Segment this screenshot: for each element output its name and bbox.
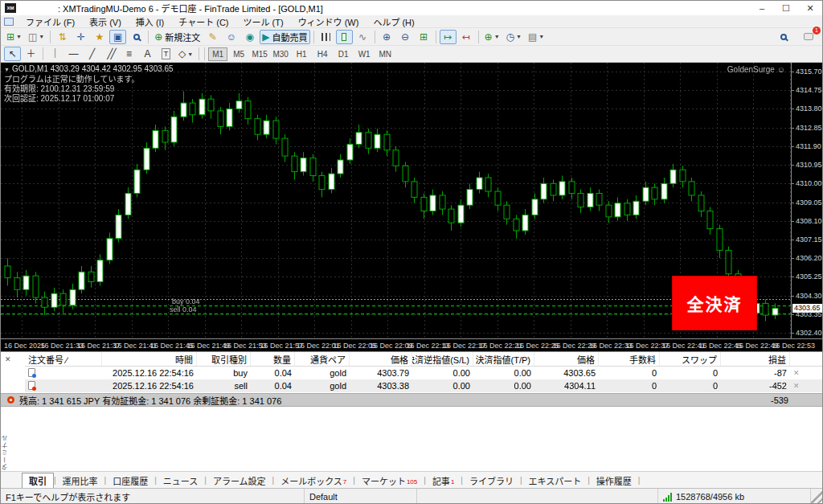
timeframe-m5[interactable]: M5 <box>229 47 248 61</box>
trendline-button[interactable]: ╱ <box>84 47 100 61</box>
column-header[interactable]: 決済逆指値(S/L) <box>412 352 473 366</box>
new-order-button[interactable]: ⊕新規注文 <box>152 30 203 44</box>
timeframe-mn[interactable]: MN <box>375 47 395 61</box>
timeframe-m30[interactable]: M30 <box>271 47 290 61</box>
tab-label: ニュース <box>163 474 198 487</box>
community-icon: ☺ <box>227 32 236 42</box>
new-order-label: 新規注文 <box>165 31 200 43</box>
menu-item[interactable]: 表示 (V) <box>82 15 129 28</box>
menu-item[interactable]: ツール (T) <box>236 15 291 28</box>
auto-scroll-button[interactable]: ↦ <box>440 30 457 44</box>
zoom-out-button[interactable]: ⊖ <box>397 30 414 44</box>
tab-terminal-7[interactable]: 記事1 <box>426 473 461 488</box>
time-axis[interactable]: 16 Dec 202516 Dec 21:3316 Dec 21:3716 De… <box>1 338 822 351</box>
mql5-button[interactable]: ◉ <box>241 30 258 44</box>
tab-terminal-4[interactable]: アラーム設定 <box>207 473 272 488</box>
candlestick-chart-button[interactable] <box>336 30 353 44</box>
metaeditor-button[interactable]: ✎ <box>204 30 221 44</box>
community-button[interactable]: ☺ <box>223 30 240 44</box>
column-header[interactable]: 価格 <box>534 352 599 366</box>
zoom-in-button[interactable]: ⊕ <box>379 30 395 44</box>
tab-label: アラーム設定 <box>213 474 266 487</box>
close-position-button[interactable]: ✕ <box>790 369 808 377</box>
close-position-button[interactable]: ✕ <box>790 382 808 390</box>
vertical-line-button[interactable]: ｜ <box>47 47 63 61</box>
minimize-button[interactable]: – <box>750 1 774 15</box>
tab-terminal-8[interactable]: ライブラリ <box>463 473 520 488</box>
status-profile[interactable]: Default <box>305 489 417 504</box>
timeframe-w1[interactable]: W1 <box>354 47 374 61</box>
close-all-button[interactable]: 全決済 <box>672 276 757 330</box>
strategy-tester-button[interactable] <box>128 30 145 44</box>
balance-icon <box>7 396 14 404</box>
menu-item[interactable]: ヘルプ (H) <box>366 15 421 28</box>
channel-button[interactable]: ╱╱ <box>102 47 119 61</box>
tab-terminal-6[interactable]: マーケット105 <box>355 473 424 488</box>
cursor-button[interactable]: ↖ <box>4 47 21 61</box>
column-header[interactable]: スワップ <box>660 352 721 366</box>
tab-terminal-10[interactable]: 操作履歴 <box>590 473 638 488</box>
price-axis-label: 4315.70 <box>796 68 822 76</box>
table-row[interactable]: 2025.12.16 22:54:16sell0.04gold4303.380.… <box>25 379 822 392</box>
maximize-button[interactable]: ☐ <box>774 1 798 15</box>
menu-item[interactable]: ウィンドウ (W) <box>291 15 366 28</box>
table-cell: 0.00 <box>473 368 534 378</box>
column-header[interactable]: 数量 <box>251 352 295 366</box>
tab-terminal-5[interactable]: メールボックス7 <box>274 473 353 488</box>
ea-expiry-line: 有効期限: 2100.12.31 23:59:59 <box>4 84 174 94</box>
column-header[interactable]: 手数料 <box>599 352 660 366</box>
timeframe-m1[interactable]: M1 <box>208 47 227 61</box>
chart-shift-button[interactable]: ↤ <box>458 30 475 44</box>
tile-windows-button[interactable]: ⊞ <box>416 30 432 44</box>
tab-terminal-2[interactable]: 口座履歴 <box>106 473 154 488</box>
terminal-button[interactable]: ▣ <box>109 30 126 44</box>
search-button[interactable] <box>775 30 792 44</box>
terminal-close-button[interactable]: ✕ <box>5 356 11 363</box>
fibonacci-button[interactable]: ≡ <box>121 47 137 61</box>
table-row[interactable]: 2025.12.16 22:54:16buy0.04gold4303.790.0… <box>25 367 822 379</box>
column-header[interactable]: 時間 <box>102 352 197 366</box>
market-watch-button[interactable]: ⇅ <box>54 30 71 44</box>
menu-item[interactable]: 挿入 (I) <box>129 15 171 28</box>
tab-trade[interactable]: 取引 <box>22 473 54 488</box>
text-button[interactable]: A <box>139 47 156 61</box>
shapes-button[interactable]: ◇▼ <box>176 47 195 61</box>
periods-button[interactable]: ◷▼ <box>504 30 524 44</box>
indicators-button[interactable]: ⊕▼ <box>482 30 502 44</box>
navigator-button[interactable]: ★ <box>91 30 108 44</box>
price-axis[interactable]: 4303.65 4315.704314.754313.804312.854311… <box>791 63 822 338</box>
timeframe-d1[interactable]: D1 <box>334 47 353 61</box>
crosshair-button[interactable]: ＋ <box>23 47 39 61</box>
chart-area[interactable]: ▼GOLD,M1 4303.29 4304.42 4302.95 4303.65… <box>1 63 822 338</box>
bar-chart-button[interactable] <box>317 30 334 44</box>
column-header[interactable]: 取引種別 <box>197 352 251 366</box>
tab-terminal-3[interactable]: ニュース <box>157 473 204 488</box>
column-header[interactable]: 注文番号 ∕ <box>25 352 102 366</box>
menu-item[interactable]: ファイル (F) <box>18 15 82 28</box>
resize-grip[interactable] <box>811 489 822 504</box>
auto-trading-button[interactable]: ▶自動売買 <box>260 30 309 44</box>
templates-button[interactable]: ▤▼ <box>526 30 547 44</box>
data-window-button[interactable]: ✛ <box>72 30 89 44</box>
tab-terminal-1[interactable]: 運用比率 <box>56 473 104 488</box>
line-chart-button[interactable]: ∿ <box>354 30 371 44</box>
column-header[interactable]: 決済指値(T/P) <box>473 352 534 366</box>
horizontal-line-button[interactable]: — <box>65 47 82 61</box>
timeframe-h4[interactable]: H4 <box>313 47 332 61</box>
close-button[interactable]: ✕ <box>798 1 822 15</box>
timeframe-m15[interactable]: M15 <box>250 47 269 61</box>
notifications-button[interactable]: 1 <box>800 30 817 44</box>
table-cell: 2025.12.16 22:54:16 <box>102 381 197 391</box>
tab-terminal-9[interactable]: エキスパート <box>522 473 588 488</box>
timeframe-h1[interactable]: H1 <box>292 47 311 61</box>
column-header[interactable]: 損益 <box>721 352 790 366</box>
new-chart-button[interactable]: ⊞▼ <box>4 30 24 44</box>
label-button[interactable]: T <box>158 47 174 61</box>
menu-item[interactable]: チャート (C) <box>171 15 235 28</box>
column-header[interactable]: 価格 <box>350 352 412 366</box>
connection-bars-icon <box>663 493 672 502</box>
shapes-icon: ◇ <box>178 49 186 59</box>
total-profit: -539 <box>771 395 788 405</box>
column-header[interactable]: 通貨ペア <box>295 352 350 366</box>
profiles-button[interactable]: ◫▼ <box>26 30 47 44</box>
